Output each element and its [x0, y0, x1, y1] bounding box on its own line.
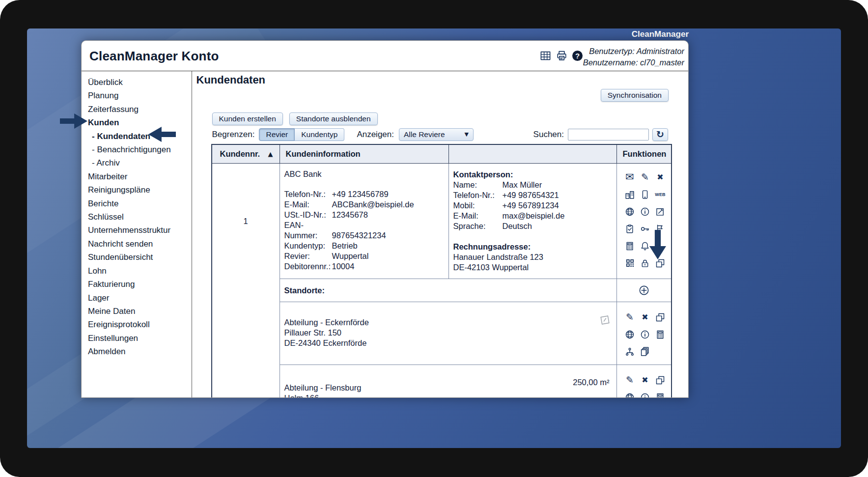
field-label: EAN-Nummer:	[284, 220, 332, 241]
edit-icon[interactable]: ✎	[622, 371, 638, 389]
field-value: Betrieb	[332, 241, 358, 251]
globe-icon[interactable]	[622, 326, 638, 343]
sidebar-item-lager[interactable]: Lager	[82, 291, 192, 305]
documents-icon[interactable]	[638, 343, 653, 360]
add-location-icon[interactable]	[636, 282, 651, 299]
lock-icon[interactable]	[638, 254, 653, 272]
calculator-icon[interactable]	[653, 326, 668, 343]
field-label: Debitorennr.:	[284, 261, 332, 272]
search-label: Suchen:	[533, 130, 564, 140]
edit-icon[interactable]: ✎	[622, 309, 638, 326]
globe-icon[interactable]	[622, 203, 638, 220]
sort-asc-icon[interactable]: ▲	[268, 150, 273, 158]
sidebar-item-stundenübersicht[interactable]: Stundenübersicht	[82, 251, 192, 264]
sidebar-item-zeiterfassung[interactable]: Zeiterfassung	[82, 103, 192, 116]
mobile-icon[interactable]	[638, 186, 653, 203]
sidebar-item-abmelden[interactable]: Abmelden	[82, 345, 192, 358]
location-functions-cell: ✎✖	[617, 365, 671, 398]
location-row-eckernfoerde: Abteilung - EckernfördePillauer Str. 150…	[280, 302, 617, 365]
sidebar-item-überblick[interactable]: Überblick	[82, 76, 192, 89]
field-value: +49 123456789	[332, 189, 389, 199]
refresh-button[interactable]: ↻	[652, 128, 668, 141]
field-label: Telefon-Nr.:	[284, 189, 332, 199]
standorte-functions-cell	[617, 279, 671, 302]
function-icons: ✎✖	[617, 302, 671, 360]
sidebar-item-berichte[interactable]: Berichte	[82, 197, 192, 210]
location-address: Abteilung - EckernfördePillauer Str. 150…	[284, 317, 613, 348]
search-input[interactable]	[568, 129, 649, 140]
sidebar-item-unternehmensstruktur[interactable]: Unternehmensstruktur	[82, 224, 192, 237]
sidebar-item-meine-daten[interactable]: Meine Daten	[82, 305, 192, 318]
sidebar-item-archiv[interactable]: - Archiv	[82, 156, 192, 169]
delete-icon[interactable]: ✖	[638, 371, 653, 389]
delete-icon[interactable]: ✖	[653, 168, 668, 186]
header-label: Funktionen	[623, 149, 667, 159]
field-label: E-Mail:	[284, 199, 332, 210]
customer-info-cell: ABC Bank Telefon-Nr.:+49 123456789E-Mail…	[280, 164, 449, 279]
standorte-label: Standorte:	[284, 285, 325, 296]
sidebar-item-fakturierung[interactable]: Fakturierung	[82, 278, 192, 291]
copy-icon[interactable]	[653, 254, 668, 272]
calculator-icon[interactable]	[622, 237, 638, 254]
app-window: CleanManager Konto ? Benutzertyp: Admini…	[81, 40, 689, 398]
field-value: Deutsch	[503, 221, 532, 231]
qr-icon[interactable]	[622, 254, 638, 272]
org-icon[interactable]	[622, 343, 638, 360]
globe-icon[interactable]	[622, 389, 638, 398]
checklist-icon[interactable]	[622, 220, 638, 237]
mail-icon[interactable]: ✉	[622, 168, 638, 186]
key-icon[interactable]	[638, 220, 653, 237]
buildings-icon[interactable]	[622, 186, 638, 203]
info-icon[interactable]	[638, 389, 653, 398]
edit-icon[interactable]: ✎	[638, 168, 653, 186]
sidebar-item-ereignisprotokoll[interactable]: Ereignisprotokoll	[82, 318, 192, 331]
field-label: Revier:	[284, 251, 332, 261]
sidebar-item-mitarbeiter[interactable]: Mitarbeiter	[82, 170, 192, 183]
note-icon[interactable]	[599, 314, 611, 328]
help-icon[interactable]: ?	[572, 51, 583, 61]
reviere-select[interactable]: Alle Reviere ▼	[399, 128, 474, 141]
sidebar-item-lohn[interactable]: Lohn	[82, 264, 192, 278]
customer-functions-cell: ✉✎✖WEB	[617, 164, 671, 279]
sidebar-item-schlüssel[interactable]: Schlüssel	[82, 210, 192, 224]
sidebar-item-benachrichtigungen[interactable]: - Benachrichtigungen	[82, 143, 192, 156]
content-area: Kundendaten Synchronisation Kunden erste…	[193, 71, 689, 397]
sidebar-item-reinigungspläne[interactable]: Reinigungspläne	[82, 183, 192, 196]
info-icon[interactable]	[638, 203, 653, 220]
user-name: Benutzername: cl70_master	[583, 57, 684, 68]
bell-icon[interactable]	[638, 237, 653, 254]
synchronisation-button[interactable]: Synchronisation	[601, 89, 669, 102]
create-customer-button[interactable]: Kunden erstellen	[212, 112, 283, 125]
area-value: 250,00 m²	[573, 378, 609, 387]
note-edit-icon[interactable]	[653, 203, 668, 220]
field-value: +49 567891234	[503, 200, 559, 211]
info-icon[interactable]	[638, 326, 653, 343]
window-title: CleanManager Konto	[89, 49, 219, 64]
header-kundennr[interactable]: Kundennr. ▲	[212, 145, 280, 164]
sidebar-item-kunden[interactable]: Kunden	[82, 116, 192, 129]
delete-icon[interactable]: ✖	[638, 309, 653, 326]
customer-fields: Telefon-Nr.:+49 123456789E-Mail:ABCBank@…	[284, 189, 445, 272]
sidebar-item-nachricht-senden[interactable]: Nachricht senden	[82, 237, 192, 251]
field-label: Telefon-Nr.:	[453, 190, 503, 200]
sidebar-item-einstellungen[interactable]: Einstellungen	[82, 332, 192, 345]
filter-kundentyp-button[interactable]: Kundentyp	[295, 128, 344, 141]
user-type: Benutzertyp: Administrator	[583, 46, 684, 57]
calculator-icon[interactable]	[653, 389, 668, 398]
header-toolbar: ?	[540, 50, 583, 61]
table-view-icon[interactable]	[540, 50, 551, 61]
header-funktionen: Funktionen	[617, 145, 671, 164]
customer-name: ABC Bank	[284, 169, 445, 179]
filter-revier-button[interactable]: Revier	[259, 128, 295, 141]
hide-locations-button[interactable]: Standorte ausblenden	[289, 112, 378, 125]
field-value: Max Müller	[503, 180, 542, 190]
print-icon[interactable]	[556, 50, 567, 61]
field-label: Kundentyp:	[284, 241, 332, 251]
sidebar-item-planung[interactable]: Planung	[82, 89, 192, 102]
cleanmanager-watermark: CleanManager	[632, 29, 689, 39]
text-line: Holm 166	[284, 393, 613, 398]
web-icon[interactable]: WEB	[653, 186, 668, 203]
customers-table: Kundennr. ▲ Kundeninformation Funktionen…	[211, 144, 672, 398]
copy-icon[interactable]	[653, 309, 668, 326]
copy-icon[interactable]	[653, 371, 668, 389]
